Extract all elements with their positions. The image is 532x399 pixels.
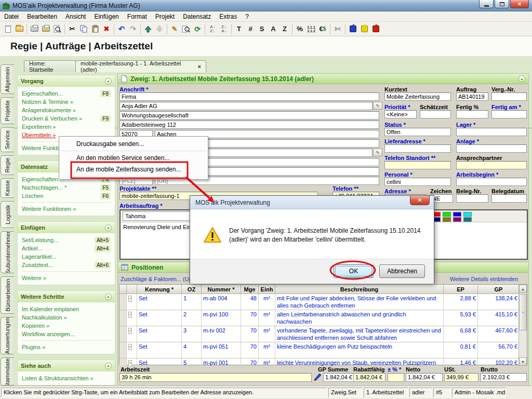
personal-field[interactable]: cellini <box>384 178 451 186</box>
column-header-3[interactable]: Mge <box>241 285 259 294</box>
column-header-4[interactable]: Einh <box>259 285 275 294</box>
context-menu-item-1[interactable]: An den mobilen Service senden... <box>59 152 208 164</box>
column-header-0[interactable]: Kennung * <box>137 285 182 294</box>
column-header-7[interactable]: GP <box>478 285 520 294</box>
plugin-blue-icon[interactable] <box>347 23 358 35</box>
row-selector-cell[interactable] <box>119 326 127 342</box>
arbeitszeit-field[interactable]: 39 h 26 min <box>119 373 312 382</box>
cancel-button[interactable]: Abbrechen <box>379 264 425 278</box>
row-selector-cell[interactable] <box>119 358 127 366</box>
sidebar-item-2-1[interactable]: Artikel...Alt+4 <box>18 244 115 252</box>
color-purple-swatch[interactable] <box>453 217 461 222</box>
schaetzzeit-field[interactable] <box>420 110 451 118</box>
menu-item-3[interactable]: Einfügen <box>90 12 123 21</box>
color-teal-swatch[interactable] <box>463 217 472 222</box>
disabled-action-icon[interactable]: ✄ <box>332 23 343 35</box>
document-tab-0[interactable]: Home: Startseite <box>24 60 76 72</box>
anlage-field[interactable] <box>456 144 527 153</box>
column-header-2[interactable]: Nummer * <box>202 285 241 294</box>
open-folder-icon[interactable] <box>14 23 25 35</box>
sidebar-item-3-4[interactable]: Plugins » <box>18 343 115 351</box>
module-tab-6[interactable]: Subunternehmer <box>1 231 14 273</box>
row-expand-cell[interactable]: + <box>127 310 137 326</box>
expand-plus-icon[interactable]: + <box>128 296 132 302</box>
numbering-icon[interactable]: 1.1.11.1.2 <box>305 23 317 35</box>
percent-icon[interactable]: % <box>294 23 305 35</box>
table-row[interactable]: +Set4m-pvi 05170m²kleine Beschädigungen … <box>119 342 527 358</box>
menu-item-2[interactable]: Ansicht <box>61 12 90 21</box>
scroll-down-icon[interactable]: ▼ <box>519 357 527 366</box>
new-document-icon[interactable] <box>2 23 14 35</box>
refresh-icon[interactable]: ⟳ <box>192 23 203 35</box>
sidebar-item-3-1[interactable]: Nachkalkulation » <box>18 313 115 322</box>
sidebar-item-4-0[interactable]: Listen & Strukturansichten » <box>18 374 115 382</box>
print-preview-icon[interactable] <box>51 23 63 35</box>
plugin-red-icon[interactable] <box>370 23 381 35</box>
module-tab-7[interactable]: Büroarbeiten <box>1 276 14 314</box>
verg-nr-field[interactable] <box>491 92 527 101</box>
menu-item-5[interactable]: Projekt <box>151 12 179 21</box>
sidebar-item-1-3[interactable]: Weitere Funktionen » <box>18 205 115 213</box>
edit-address-button[interactable]: ✎ <box>373 102 382 110</box>
anschrift-line2-field[interactable]: Anja Adler AG <box>119 102 373 110</box>
row-selector-cell[interactable] <box>119 310 127 326</box>
sidebar-item-1-2[interactable]: LöschenF6 <box>18 192 115 200</box>
scrollbar-thumb[interactable]: ≡ <box>519 294 527 330</box>
collapse-section-icon[interactable]: ▲ <box>105 294 112 300</box>
color-green-swatch[interactable] <box>443 212 451 217</box>
edit-address2-button[interactable]: ✎ <box>373 149 382 156</box>
expand-plus-icon[interactable]: + <box>128 328 132 334</box>
module-tab-5[interactable]: Logistik <box>1 201 14 228</box>
ansprechpartner-field[interactable] <box>456 161 527 169</box>
sidebar-item-0-2[interactable]: Anlagendokumente » <box>18 106 115 114</box>
format-z-icon[interactable]: Z <box>279 23 290 35</box>
lager-field[interactable] <box>456 128 527 136</box>
scroll-up-icon[interactable]: ▲ <box>519 285 527 293</box>
collapse-section-icon[interactable]: ▲ <box>105 224 112 231</box>
sidebar-item-0-1[interactable]: Notizen & Termine » <box>18 98 115 106</box>
pct-field[interactable] <box>388 373 404 382</box>
collapse-form-button[interactable]: ▲ <box>518 75 525 82</box>
sidebar-item-0-0[interactable]: Eigenschaften...F8 <box>18 89 115 98</box>
beleg-nr-field[interactable] <box>456 194 488 203</box>
collapse-section-icon[interactable]: ▲ <box>105 78 112 85</box>
sidebar-item-0-3[interactable]: Drucken & Verbuchen »F9 <box>18 114 115 123</box>
sidebar-item-2-4[interactable]: Weitere » <box>18 274 115 282</box>
document-tab-1[interactable]: mobile-zeiterfassung-1 - 1. Arbeitszette… <box>75 60 206 72</box>
belegdatum-field[interactable] <box>491 194 527 203</box>
sidebar-item-0-4[interactable]: Exportieren » <box>18 123 115 131</box>
expand-plus-icon[interactable]: + <box>128 344 132 350</box>
table-row[interactable]: +Set1m-ab 00448m²mit Folie und Papier ab… <box>119 294 527 310</box>
table-scrollbar[interactable]: ▲ ≡ ▼ <box>518 285 527 366</box>
undo-icon[interactable]: ↶ <box>116 23 127 35</box>
plugin-yellow-icon[interactable] <box>358 23 370 35</box>
arbeitsbeginn-field[interactable] <box>456 178 527 186</box>
format-number-icon[interactable]: # <box>245 23 256 35</box>
menu-item-0[interactable]: Datei <box>0 12 23 21</box>
table-row[interactable]: +Set5m-pvi 00170m²leichte Verunreinigung… <box>119 358 527 366</box>
anschrift-line4-field[interactable]: Adalbertsteinweg 112 <box>119 121 379 129</box>
print-icon[interactable] <box>29 23 40 35</box>
module-tab-3[interactable]: Regie <box>1 155 14 175</box>
auftrag-field[interactable]: AB140119 <box>456 92 488 101</box>
sidebar-item-3-0[interactable]: Im Kalender einplanen <box>18 305 115 313</box>
cut-icon[interactable]: ✂ <box>66 23 78 35</box>
print-form-icon[interactable] <box>40 23 51 35</box>
module-tab-1[interactable]: Projekte <box>1 97 14 124</box>
sort-az-icon[interactable]: A↓Z↓ <box>207 23 218 35</box>
kurztext-field[interactable]: Mobile Zeiterfassung <box>384 92 451 101</box>
color-blue-swatch[interactable] <box>453 212 461 217</box>
column-header-1[interactable]: OZ <box>182 285 202 294</box>
context-menu-item-0[interactable]: Druckausgabe senden... <box>59 138 208 150</box>
sidebar-item-1-1[interactable]: Nachschlagen... *F5 <box>18 183 115 192</box>
redo-icon[interactable]: ↷ <box>127 23 139 35</box>
format-s-icon[interactable]: S <box>256 23 268 35</box>
fertig-am-field[interactable] <box>491 110 527 118</box>
row-expand-cell[interactable]: + <box>127 326 137 342</box>
anschrift-line1-field[interactable]: Firma <box>119 92 379 101</box>
zuschlaege-link[interactable]: Zuschläge & Faktoren... (Ums <box>121 276 196 282</box>
format-a-icon[interactable]: A <box>268 23 279 35</box>
lookup-icon[interactable] <box>180 23 192 35</box>
context-menu-item-2[interactable]: An die mobile Zeiterfassung senden... <box>59 164 208 175</box>
table-row[interactable]: +Set3m-tv 00270m²vorhandene Tapete, zwei… <box>119 326 527 342</box>
